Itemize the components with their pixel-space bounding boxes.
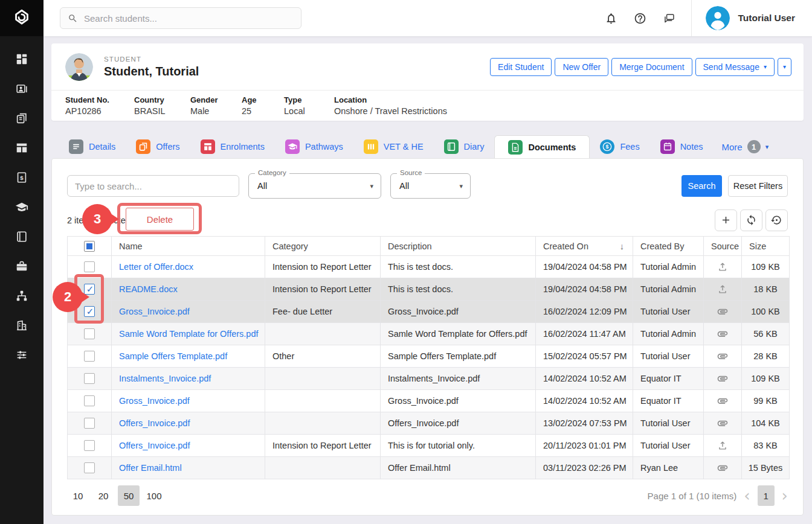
source-cell — [704, 368, 742, 390]
column-header-category[interactable]: Category — [265, 237, 381, 256]
row-checkbox[interactable] — [84, 261, 95, 272]
tab-pathways[interactable]: Pathways — [275, 135, 353, 158]
svg-text:$: $ — [20, 174, 24, 181]
send-message-button[interactable]: Send Message▾ — [695, 58, 775, 76]
info-field-age: Age25 — [242, 95, 284, 116]
sidebar-item-pathways[interactable] — [0, 282, 44, 312]
user-avatar[interactable] — [706, 6, 730, 30]
page-size-10[interactable]: 10 — [67, 485, 89, 506]
edit-student-button[interactable]: Edit Student — [490, 58, 552, 76]
document-link[interactable]: Offers_Invoice.pdf — [119, 418, 190, 428]
tab-fees[interactable]: $Fees — [590, 135, 649, 158]
reset-filters-button[interactable]: Reset Filters — [728, 175, 788, 197]
tab-more[interactable]: More 1 ▾ — [714, 135, 778, 158]
document-link[interactable]: Offers_Invoice.pdf — [119, 441, 190, 450]
refresh-button[interactable] — [740, 209, 762, 231]
info-label: Type — [284, 95, 334, 104]
row-checkbox[interactable] — [84, 395, 95, 406]
sidebar-item-diary[interactable] — [0, 223, 44, 252]
column-header-size[interactable]: Size — [742, 237, 790, 256]
created-by-cell: Tutorial User — [633, 345, 704, 368]
document-link[interactable]: Letter of Offer.docx — [119, 262, 193, 272]
document-link[interactable]: Offer Email.html — [119, 463, 182, 473]
name-cell: Offers_Invoice.pdf — [112, 435, 265, 457]
document-link[interactable]: Gross_Invoice.pdf — [119, 307, 190, 316]
help-button[interactable] — [626, 0, 655, 36]
delete-button[interactable]: Delete — [126, 208, 194, 231]
history-button[interactable] — [765, 209, 788, 231]
info-value: Male — [190, 106, 242, 116]
created-on-cell: 19/04/2024 04:58 PM — [536, 278, 633, 301]
sidebar-item-offers[interactable] — [0, 104, 44, 134]
document-link[interactable]: Gross_Invoice.pdf — [119, 396, 190, 406]
current-page-button[interactable]: 1 — [758, 485, 775, 506]
document-link[interactable]: Sample Offers Template.pdf — [119, 351, 227, 361]
tab-details[interactable]: Details — [59, 135, 126, 158]
document-link[interactable]: Instalments_Invoice.pdf — [119, 374, 211, 383]
user-name[interactable]: Tutorial User — [738, 13, 812, 24]
column-header-source[interactable]: Source — [704, 237, 742, 256]
merge-document-button[interactable]: Merge Document — [611, 58, 692, 76]
tab-notes[interactable]: Notes — [650, 135, 714, 158]
sidebar-item-courses[interactable] — [0, 193, 44, 223]
notifications-button[interactable] — [597, 0, 626, 36]
row-checkbox[interactable] — [84, 440, 95, 451]
more-actions-button[interactable]: ▾ — [778, 58, 791, 76]
sidebar-item-dashboard[interactable] — [0, 45, 44, 75]
search-input[interactable] — [84, 13, 294, 24]
tab-documents[interactable]: Documents — [494, 135, 590, 158]
tab-enrolments[interactable]: Enrolments — [190, 135, 275, 158]
prev-page-icon[interactable]: ‹ — [744, 487, 750, 505]
messages-button[interactable] — [655, 0, 684, 36]
source-select[interactable]: Source All ▾ — [390, 173, 471, 199]
student-photo[interactable] — [65, 53, 93, 81]
sidebar-item-students[interactable] — [0, 75, 44, 104]
checkbox-cell — [68, 390, 112, 412]
description-cell: Offers_Invoice.pdf — [381, 412, 536, 435]
sidebar-item-settings[interactable] — [0, 341, 44, 371]
row-checkbox[interactable] — [84, 418, 95, 429]
next-page-icon[interactable]: › — [782, 487, 788, 505]
app-screen: $ Tutorial User — [0, 0, 812, 524]
column-header-created-on[interactable]: Created On↓ — [536, 237, 633, 256]
row-checkbox[interactable] — [84, 306, 95, 317]
student-search[interactable] — [60, 7, 301, 29]
tab-diary[interactable]: Diary — [434, 135, 495, 158]
search-button[interactable]: Search — [682, 175, 722, 197]
documents-search-input[interactable] — [67, 175, 239, 197]
new-offer-button[interactable]: New Offer — [555, 58, 608, 76]
column-header-name[interactable]: Name — [112, 237, 265, 256]
info-value: AP10286 — [65, 106, 134, 116]
size-cell: 28 KB — [742, 345, 790, 368]
page-size-50[interactable]: 50 — [118, 485, 140, 506]
select-all-checkbox[interactable] — [84, 241, 95, 252]
table-row: Offer Email.htmlOffer Email.html03/11/20… — [68, 457, 790, 479]
add-document-button[interactable] — [715, 209, 737, 231]
name-cell: Gross_Invoice.pdf — [112, 301, 265, 323]
info-field-location: LocationOnshore / Travel Restrictions — [334, 95, 515, 116]
created-on-cell: 19/04/2024 04:58 PM — [536, 256, 633, 278]
row-checkbox[interactable] — [84, 373, 95, 384]
pathways-icon — [15, 289, 28, 305]
page-size-100[interactable]: 100 — [143, 485, 165, 506]
page-size-20[interactable]: 20 — [92, 485, 114, 506]
document-link[interactable]: README.docx — [119, 284, 178, 294]
document-link[interactable]: Samle Word Template for Offers.pdf — [119, 329, 259, 339]
tab-vet-he[interactable]: VET & HE — [353, 135, 434, 158]
row-checkbox[interactable] — [84, 328, 95, 339]
sidebar-item-organisation[interactable] — [0, 312, 44, 341]
app-logo[interactable] — [0, 0, 44, 36]
source-select-value: All — [391, 174, 470, 198]
sidebar-item-agents[interactable] — [0, 252, 44, 282]
column-header-description[interactable]: Description — [381, 237, 536, 256]
row-checkbox[interactable] — [84, 351, 95, 362]
sidebar-item-fees[interactable]: $ — [0, 164, 44, 193]
row-checkbox[interactable] — [84, 462, 95, 473]
svg-text:$: $ — [606, 144, 609, 150]
size-cell: 15 Bytes — [742, 457, 790, 479]
category-select[interactable]: Category All ▾ — [248, 173, 381, 199]
info-field-student-no-: Student No.AP10286 — [65, 95, 134, 116]
column-header-created-by[interactable]: Created By — [633, 237, 704, 256]
tab-offers[interactable]: Offers — [126, 135, 190, 158]
sidebar-item-enrolments[interactable] — [0, 134, 44, 164]
